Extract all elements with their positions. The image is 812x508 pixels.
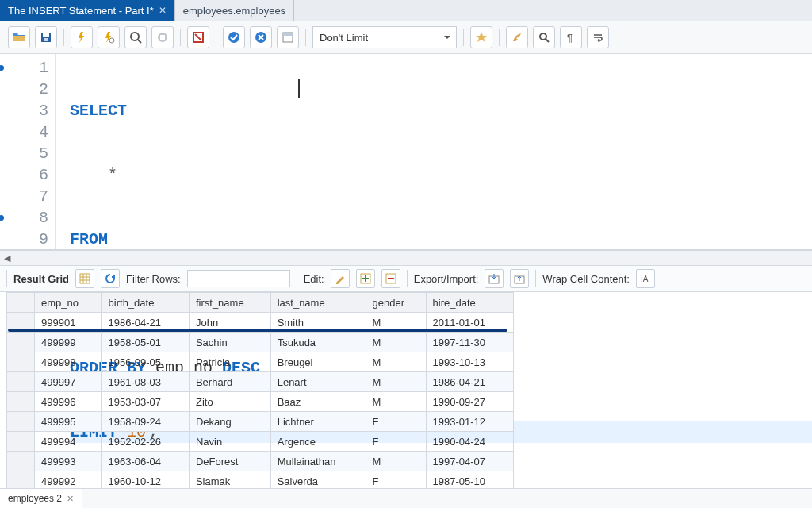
cell[interactable]: 1952-02-26 (102, 432, 189, 452)
row-header[interactable] (7, 392, 35, 412)
cell[interactable]: M (366, 352, 426, 372)
col-first_name[interactable]: first_name (189, 293, 270, 313)
cell[interactable]: M (366, 333, 426, 352)
result-table[interactable]: emp_no birth_date first_name last_name g… (6, 292, 514, 508)
cell[interactable]: 499999 (35, 333, 102, 352)
cell[interactable]: 1961-08-03 (102, 372, 189, 392)
find-button[interactable] (533, 26, 555, 48)
cell[interactable]: 1963-06-04 (102, 452, 189, 471)
svg-point-10 (228, 32, 239, 43)
favorite-button[interactable] (470, 26, 492, 48)
cell[interactable]: F (366, 432, 426, 452)
cell[interactable]: 1990-04-24 (426, 432, 513, 452)
cell[interactable]: M (366, 392, 426, 412)
cell[interactable]: 1990-09-27 (426, 392, 513, 412)
save-file-button[interactable] (35, 26, 57, 48)
execute-current-button[interactable] (98, 26, 120, 48)
row-header[interactable] (7, 432, 35, 452)
cell[interactable]: Patricia (189, 352, 270, 372)
svg-line-9 (195, 34, 201, 40)
rollback-button[interactable] (250, 26, 272, 48)
cell[interactable]: M (366, 372, 426, 392)
table-row[interactable]: 4999971961-08-03BerhardLenartM1986-04-21 (7, 372, 514, 392)
cell[interactable]: F (366, 412, 426, 432)
cell[interactable]: Dekang (189, 412, 270, 432)
svg-line-5 (138, 40, 141, 43)
cell[interactable]: Berhard (189, 372, 270, 392)
cell[interactable]: Sachin (189, 333, 270, 352)
cell[interactable]: DeForest (189, 452, 270, 471)
scroll-left-icon[interactable]: ◀ (0, 253, 14, 264)
gutter-line: 9 (0, 229, 48, 250)
close-icon[interactable]: ✕ (159, 5, 167, 16)
table-row[interactable]: 4999941952-02-26NavinArgenceF1990-04-24 (7, 432, 514, 452)
tab-employees-table[interactable]: employees.employees (175, 0, 294, 21)
table-row[interactable]: 4999981956-09-05PatriciaBreugelM1993-10-… (7, 352, 514, 372)
cell[interactable]: 1958-05-01 (102, 333, 189, 352)
explain-button[interactable] (124, 26, 147, 48)
row-header-corner[interactable] (7, 293, 35, 313)
sql-editor[interactable]: 1 2 3 4 5 6 7 8 9 SELECT * FROM employee… (0, 54, 812, 250)
toggle-invisible-button[interactable]: ¶ (560, 26, 582, 48)
cell[interactable]: Navin (189, 432, 270, 452)
cell[interactable]: Mullainathan (270, 452, 366, 471)
toggle-panel-button[interactable] (277, 26, 299, 48)
execute-button[interactable] (71, 26, 93, 48)
col-hire_date[interactable]: hire_date (426, 293, 513, 313)
col-emp_no[interactable]: emp_no (35, 293, 102, 313)
sql-toolbar: Don't Limit ¶ (0, 21, 812, 54)
cell[interactable]: 1956-09-05 (102, 352, 189, 372)
code-area[interactable]: SELECT * FROM employees ORDER BY emp_no … (56, 54, 812, 249)
svg-rect-15 (283, 33, 293, 36)
table-row[interactable]: 4999931963-06-04DeForestMullainathanM199… (7, 452, 514, 471)
open-file-button[interactable] (8, 26, 30, 48)
col-last_name[interactable]: last_name (270, 293, 366, 313)
gutter-line: 2 (0, 79, 48, 100)
wrap-lines-button[interactable] (587, 26, 609, 48)
cell[interactable]: 1997-11-30 (426, 333, 513, 352)
row-limit-label: Don't Limit (320, 32, 368, 44)
table-row[interactable]: 4999951958-09-24DekangLichtnerF1993-01-1… (7, 412, 514, 432)
svg-point-3 (109, 38, 114, 43)
cell[interactable]: 499994 (35, 432, 102, 452)
cell[interactable]: 1993-10-13 (426, 352, 513, 372)
stop-button[interactable] (151, 26, 174, 48)
commit-button[interactable] (223, 26, 245, 48)
cell[interactable]: Tsukuda (270, 333, 366, 352)
cell[interactable]: Argence (270, 432, 366, 452)
svg-rect-7 (160, 35, 165, 40)
cell[interactable]: 499997 (35, 372, 102, 392)
row-header[interactable] (7, 333, 35, 352)
row-header[interactable] (7, 372, 35, 392)
row-limit-select[interactable]: Don't Limit (312, 26, 457, 48)
cell[interactable]: 499998 (35, 352, 102, 372)
cell[interactable]: 499993 (35, 452, 102, 471)
cell[interactable]: 1993-01-12 (426, 412, 513, 432)
cell[interactable]: Baaz (270, 392, 366, 412)
col-gender[interactable]: gender (366, 293, 426, 313)
col-birth_date[interactable]: birth_date (102, 293, 189, 313)
cell[interactable]: 1958-09-24 (102, 412, 189, 432)
result-tab-employees2[interactable]: employees 2 ✕ (0, 489, 82, 508)
cell[interactable]: Lenart (270, 372, 366, 392)
tab-insert-statement[interactable]: The INSERT Statement - Part I* ✕ (0, 0, 175, 21)
svg-rect-2 (44, 38, 48, 41)
cell[interactable]: 1953-03-07 (102, 392, 189, 412)
table-row[interactable]: 4999991958-05-01SachinTsukudaM1997-11-30 (7, 333, 514, 352)
row-header[interactable] (7, 352, 35, 372)
cell[interactable]: 1986-04-21 (426, 372, 513, 392)
cell[interactable]: 499996 (35, 392, 102, 412)
cell[interactable]: Zito (189, 392, 270, 412)
table-row[interactable]: 4999961953-03-07ZitoBaazM1990-09-27 (7, 392, 514, 412)
close-icon[interactable]: ✕ (67, 494, 74, 504)
row-header[interactable] (7, 412, 35, 432)
cell[interactable]: Breugel (270, 352, 366, 372)
cell[interactable]: Lichtner (270, 412, 366, 432)
beautify-button[interactable] (506, 26, 528, 48)
cell[interactable]: 499995 (35, 412, 102, 432)
kw-from: FROM (70, 230, 108, 248)
row-header[interactable] (7, 452, 35, 471)
toggle-autocommit-button[interactable] (187, 26, 209, 48)
cell[interactable]: 1997-04-07 (426, 452, 513, 471)
cell[interactable]: M (366, 452, 426, 471)
